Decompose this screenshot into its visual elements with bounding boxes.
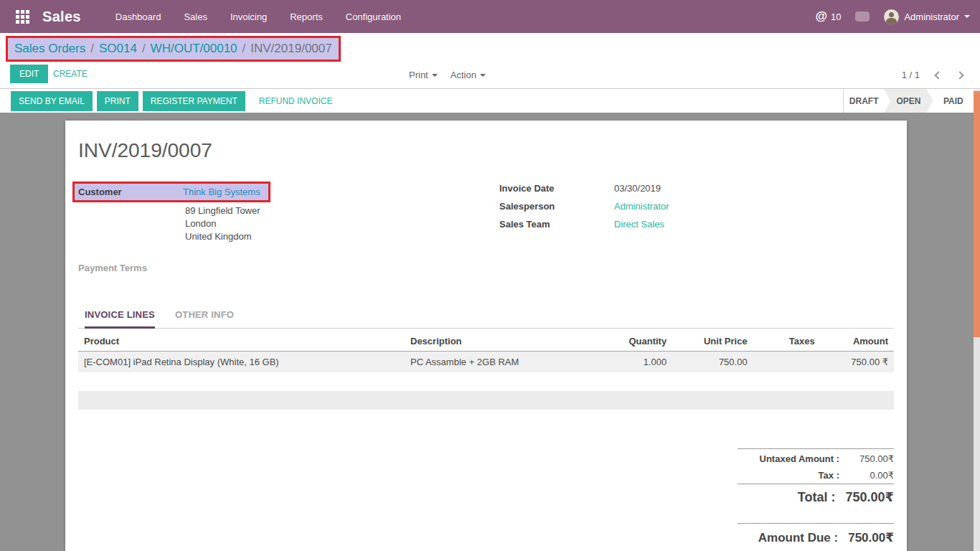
address-line: London [185, 217, 480, 230]
pager-count: 1 / 1 [902, 70, 920, 80]
create-button[interactable]: CREATE [53, 69, 88, 79]
total-row: Total : 750.00₹ [738, 484, 894, 512]
chevron-down-icon [480, 74, 486, 80]
main-menu: Dashboard Sales Invoicing Reports Config… [116, 11, 401, 22]
messages-icon[interactable] [855, 11, 870, 22]
user-name: Administrator [904, 11, 959, 22]
breadcrumb-wh-out[interactable]: WH/OUT/00010 [151, 42, 237, 56]
invoice-date-field: Invoice Date 03/30/2019 [499, 183, 669, 194]
untaxed-amount-value: 750.00₹ [839, 453, 894, 464]
menu-configuration[interactable]: Configuration [346, 11, 401, 22]
pager-next-icon[interactable] [956, 71, 963, 79]
menu-reports[interactable]: Reports [290, 11, 323, 22]
totals-block: Untaxed Amount : 750.00₹ Tax : 0.00₹ Tot… [738, 448, 894, 551]
send-by-email-button[interactable]: SEND BY EMAIL [11, 91, 93, 111]
amount-due-row: Amount Due : 750.00₹ [738, 523, 894, 551]
customer-label: Customer [78, 187, 183, 197]
tab-invoice-lines[interactable]: INVOICE LINES [85, 305, 155, 329]
register-payment-button[interactable]: REGISTER PAYMENT [143, 91, 245, 111]
breadcrumb-separator: / [242, 42, 246, 56]
invoice-date-label: Invoice Date [499, 183, 614, 194]
status-steps: DRAFT OPEN PAID [843, 89, 974, 113]
pager-previous-icon[interactable] [934, 71, 942, 79]
scrollbar-thumb[interactable] [974, 91, 980, 337]
status-paid[interactable]: PAID [933, 89, 974, 113]
breadcrumb-current: INV/2019/0007 [250, 42, 331, 56]
customer-address: 89 Lingfield Tower London United Kingdom [185, 204, 480, 243]
activities-count: 10 [831, 11, 841, 22]
total-value: 750.00₹ [845, 489, 894, 505]
apps-grid-icon[interactable] [16, 10, 29, 24]
chevron-down-icon [964, 15, 970, 21]
sales-team-link[interactable]: Direct Sales [614, 219, 664, 230]
menu-invoicing[interactable]: Invoicing [230, 11, 267, 22]
invoice-number-title: INV/2019/0007 [78, 121, 894, 162]
empty-row [78, 372, 894, 391]
invoice-lines-table: Product Description Quantity Unit Price … [78, 331, 894, 410]
breadcrumb-so014[interactable]: SO014 [99, 42, 137, 56]
notebook-tabs: INVOICE LINES OTHER INFO [78, 305, 894, 329]
payment-terms-label: Payment Terms [78, 263, 480, 273]
empty-row [78, 391, 894, 410]
table-row[interactable]: [E-COM01] iPad Retina Display (White, 16… [78, 352, 894, 373]
tax-value: 0.00₹ [839, 470, 894, 481]
breadcrumb: Sales Orders / SO014 / WH/OUT/00010 / IN… [6, 36, 341, 62]
salesperson-label: Salesperson [499, 201, 614, 212]
cell-description: PC Assamble + 2GB RAM [405, 352, 592, 373]
print-button[interactable]: PRINT [97, 91, 138, 111]
salesperson-field: Salesperson Administrator [499, 201, 669, 212]
edit-button[interactable]: EDIT [10, 65, 48, 83]
header-unit-price: Unit Price [672, 331, 753, 352]
amount-due-value: 750.00₹ [848, 530, 894, 545]
address-line: 89 Lingfield Tower [185, 204, 480, 217]
header-description: Description [405, 331, 592, 352]
sales-team-field: Sales Team Direct Sales [499, 219, 669, 230]
statusbar: SEND BY EMAIL PRINT REGISTER PAYMENT REF… [0, 89, 980, 113]
header-taxes: Taxes [753, 331, 821, 352]
at-icon: @ [815, 9, 827, 24]
sales-team-label: Sales Team [499, 219, 614, 230]
activities-badge[interactable]: @ 10 [815, 9, 841, 24]
breadcrumb-bar: Sales Orders / SO014 / WH/OUT/00010 / IN… [0, 33, 980, 65]
customer-link[interactable]: Think Big Systems [183, 187, 260, 197]
untaxed-amount-label: Untaxed Amount : [760, 453, 839, 464]
control-panel: EDIT CREATE Print Action 1 / 1 [0, 65, 980, 89]
header-amount: Amount [821, 331, 894, 352]
header-quantity: Quantity [592, 331, 672, 352]
vertical-scrollbar[interactable] [974, 90, 980, 551]
refund-invoice-button[interactable]: REFUND INVOICE [259, 96, 333, 106]
cell-product: [E-COM01] iPad Retina Display (White, 16… [78, 352, 405, 373]
breadcrumb-sales-orders[interactable]: Sales Orders [14, 42, 85, 56]
invoice-date-value: 03/30/2019 [614, 183, 661, 194]
table-header-row: Product Description Quantity Unit Price … [78, 331, 894, 352]
action-dropdown[interactable]: Action [451, 70, 486, 80]
menu-dashboard[interactable]: Dashboard [116, 11, 161, 22]
address-line: United Kingdom [185, 230, 480, 243]
top-navbar: Sales Dashboard Sales Invoicing Reports … [0, 0, 980, 33]
customer-field: Customer Think Big Systems [72, 182, 270, 202]
header-product: Product [78, 331, 405, 352]
breadcrumb-separator: / [142, 42, 146, 56]
tax-label: Tax : [819, 470, 839, 481]
salesperson-link[interactable]: Administrator [614, 201, 669, 212]
form-background: INV/2019/0007 Customer Think Big Systems… [0, 113, 980, 551]
untaxed-amount-row: Untaxed Amount : 750.00₹ [738, 448, 894, 467]
cell-unit-price: 750.00 [672, 352, 753, 373]
print-dropdown[interactable]: Print [409, 70, 438, 80]
tax-row: Tax : 0.00₹ [738, 467, 894, 484]
cell-taxes [753, 352, 821, 373]
total-label: Total : [798, 490, 836, 505]
status-draft[interactable]: DRAFT [844, 89, 884, 113]
breadcrumb-separator: / [90, 42, 94, 56]
chevron-down-icon [432, 74, 438, 80]
menu-sales[interactable]: Sales [184, 11, 207, 22]
avatar [884, 9, 899, 24]
invoice-sheet: INV/2019/0007 Customer Think Big Systems… [65, 121, 907, 551]
user-menu[interactable]: Administrator [884, 9, 970, 24]
amount-due-label: Amount Due : [758, 531, 838, 545]
status-open[interactable]: OPEN [884, 89, 933, 113]
tab-other-info[interactable]: OTHER INFO [175, 305, 234, 328]
cell-amount: 750.00 ₹ [821, 352, 894, 373]
cell-quantity: 1.000 [592, 352, 672, 373]
app-title[interactable]: Sales [42, 9, 81, 25]
